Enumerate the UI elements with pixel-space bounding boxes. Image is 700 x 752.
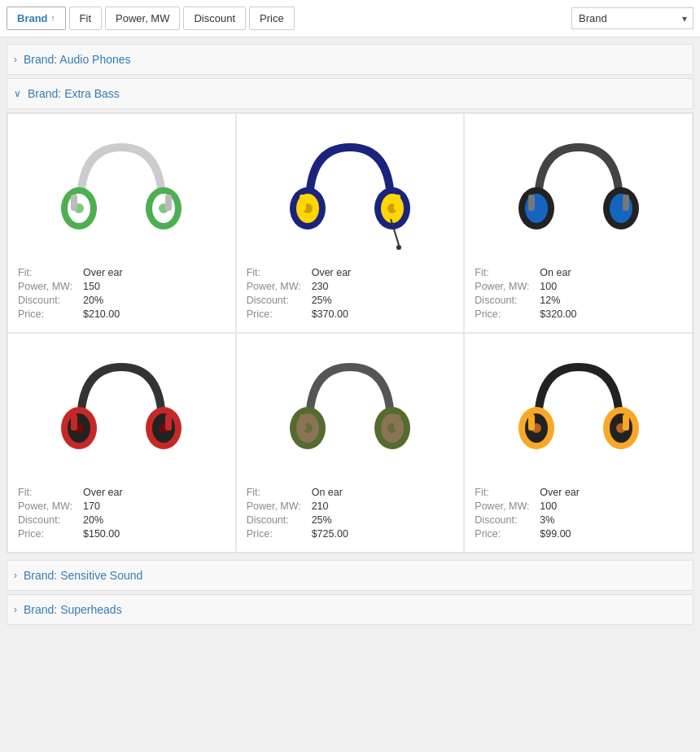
svg-rect-48 xyxy=(528,414,535,431)
detail-label: Fit: xyxy=(18,267,83,278)
group-by-select[interactable]: BrandFitPower, MWDiscountPrice xyxy=(571,7,693,29)
detail-value: 3% xyxy=(540,514,554,526)
detail-value: Over ear xyxy=(312,267,352,278)
detail-row: Discount:25% xyxy=(247,295,454,306)
detail-label: Fit: xyxy=(475,487,540,498)
detail-label: Discount: xyxy=(475,295,540,306)
product-card-p3[interactable]: Fit:On earPower, MW:100Discount:12%Price… xyxy=(464,113,693,333)
detail-row: Price:$725.00 xyxy=(247,528,454,540)
svg-rect-32 xyxy=(71,414,77,431)
svg-rect-25 xyxy=(623,195,629,211)
svg-rect-6 xyxy=(71,195,77,211)
detail-value: $320.00 xyxy=(540,308,576,320)
product-image-p2 xyxy=(247,127,454,257)
group-row-superheads[interactable]: ›Brand: Superheads xyxy=(7,594,693,625)
svg-rect-49 xyxy=(623,414,629,431)
detail-row: Fit:On ear xyxy=(247,487,454,498)
detail-label: Fit: xyxy=(475,267,540,278)
detail-row: Fit:Over ear xyxy=(247,267,454,278)
detail-value: $210.00 xyxy=(83,308,120,320)
detail-row: Price:$370.00 xyxy=(247,308,454,320)
detail-value: On ear xyxy=(540,267,571,278)
content-area: ›Brand: Audio Phones∨Brand: Extra Bass F… xyxy=(0,37,700,635)
detail-label: Power, MW: xyxy=(475,501,540,512)
detail-value: 150 xyxy=(83,281,100,292)
svg-rect-7 xyxy=(165,195,172,211)
detail-value: 230 xyxy=(312,281,329,292)
group-title: Brand: Superheads xyxy=(24,603,122,616)
detail-row: Discount:25% xyxy=(247,514,454,526)
group-title: Brand: Sensitive Sound xyxy=(24,569,142,582)
detail-label: Price: xyxy=(247,308,312,320)
group-chevron-icon: › xyxy=(14,604,17,615)
group-row-sensitive-sound[interactable]: ›Brand: Sensitive Sound xyxy=(7,560,693,591)
product-details-p3: Fit:On earPower, MW:100Discount:12%Price… xyxy=(475,267,682,322)
product-card-p2[interactable]: Fit:Over earPower, MW:230Discount:25%Pri… xyxy=(236,113,465,333)
column-btn-discount[interactable]: Discount xyxy=(183,7,246,30)
group-chevron-icon: › xyxy=(14,570,17,581)
detail-row: Fit:On ear xyxy=(475,267,682,278)
detail-value: $99.00 xyxy=(540,528,571,540)
detail-row: Discount:3% xyxy=(475,514,682,526)
detail-label: Power, MW: xyxy=(247,281,312,292)
detail-label: Price: xyxy=(18,528,83,540)
group-row-extra-bass[interactable]: ∨Brand: Extra Bass xyxy=(7,78,693,109)
detail-row: Power, MW:230 xyxy=(247,281,454,292)
group-by-area: BrandFitPower, MWDiscountPrice xyxy=(565,7,693,29)
detail-value: 100 xyxy=(540,281,557,292)
detail-row: Discount:20% xyxy=(18,295,225,306)
svg-rect-40 xyxy=(300,414,306,431)
detail-row: Fit:Over ear xyxy=(475,487,682,498)
detail-row: Power, MW:170 xyxy=(18,501,225,512)
column-buttons: Brand↑FitPower, MWDiscountPrice xyxy=(7,7,565,30)
group-by-select-wrapper: BrandFitPower, MWDiscountPrice xyxy=(571,7,693,29)
product-image-p5 xyxy=(247,347,454,477)
product-image-p1 xyxy=(18,127,225,257)
detail-row: Discount:20% xyxy=(18,514,225,526)
detail-value: Over ear xyxy=(83,267,123,278)
detail-value: 12% xyxy=(540,295,560,306)
svg-rect-41 xyxy=(394,414,400,431)
detail-label: Fit: xyxy=(247,487,312,498)
svg-rect-24 xyxy=(528,195,535,211)
product-details-p4: Fit:Over earPower, MW:170Discount:20%Pri… xyxy=(18,487,225,542)
detail-label: Price: xyxy=(475,528,540,540)
detail-value: 100 xyxy=(540,501,557,512)
product-image-p4 xyxy=(18,347,225,477)
sort-arrow-icon: ↑ xyxy=(51,14,55,23)
detail-value: Over ear xyxy=(83,487,123,498)
column-btn-power--mw[interactable]: Power, MW xyxy=(105,7,180,30)
detail-value: 20% xyxy=(83,514,103,526)
detail-row: Fit:Over ear xyxy=(18,267,225,278)
detail-label: Price: xyxy=(475,308,540,320)
detail-value: 210 xyxy=(312,501,329,512)
detail-row: Power, MW:100 xyxy=(475,281,682,292)
product-card-p5[interactable]: Fit:On earPower, MW:210Discount:25%Price… xyxy=(236,333,465,553)
product-card-p1[interactable]: Fit:Over earPower, MW:150Discount:20%Pri… xyxy=(7,113,236,333)
product-details-p6: Fit:Over earPower, MW:100Discount:3%Pric… xyxy=(475,487,682,542)
detail-label: Power, MW: xyxy=(18,501,83,512)
detail-value: $370.00 xyxy=(312,308,348,320)
column-btn-fit[interactable]: Fit xyxy=(69,7,102,30)
detail-row: Discount:12% xyxy=(475,295,682,306)
svg-rect-33 xyxy=(165,414,172,431)
detail-row: Power, MW:100 xyxy=(475,501,682,512)
product-card-p4[interactable]: Fit:Over earPower, MW:170Discount:20%Pri… xyxy=(7,333,236,553)
svg-rect-15 xyxy=(394,195,400,211)
svg-point-17 xyxy=(396,245,401,250)
detail-row: Power, MW:210 xyxy=(247,501,454,512)
product-details-p5: Fit:On earPower, MW:210Discount:25%Price… xyxy=(247,487,454,542)
product-grid-extra-bass: Fit:Over earPower, MW:150Discount:20%Pri… xyxy=(7,112,693,553)
detail-value: 25% xyxy=(312,295,332,306)
detail-label: Discount: xyxy=(475,514,540,526)
column-btn-brand[interactable]: Brand↑ xyxy=(7,7,66,30)
detail-label: Discount: xyxy=(18,295,83,306)
detail-label: Price: xyxy=(18,308,83,320)
group-title: Brand: Extra Bass xyxy=(28,87,120,100)
detail-value: Over ear xyxy=(540,487,580,498)
group-row-audio-phones[interactable]: ›Brand: Audio Phones xyxy=(7,44,693,75)
column-btn-price[interactable]: Price xyxy=(249,7,295,30)
detail-label: Power, MW: xyxy=(475,281,540,292)
product-card-p6[interactable]: Fit:Over earPower, MW:100Discount:3%Pric… xyxy=(464,333,693,553)
detail-row: Price:$150.00 xyxy=(18,528,225,540)
